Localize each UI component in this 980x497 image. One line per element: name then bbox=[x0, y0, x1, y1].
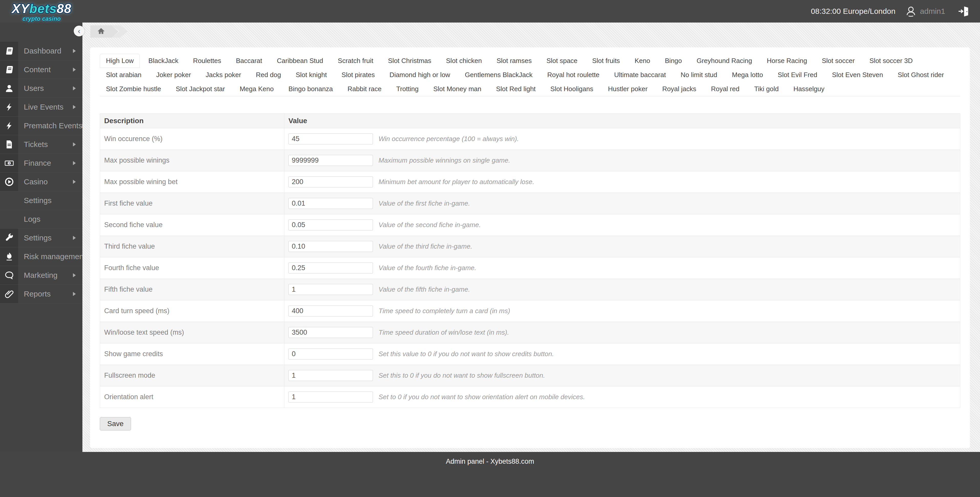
tab-gentlemens-blackjack[interactable]: Gentlemens BlackJack bbox=[459, 68, 538, 82]
setting-value-input-first-fiche-value[interactable] bbox=[288, 198, 373, 209]
tab-tiki-gold[interactable]: Tiki gold bbox=[748, 82, 785, 96]
user-icon bbox=[0, 79, 18, 97]
tab-jacks-poker[interactable]: Jacks poker bbox=[200, 68, 248, 82]
tab-slot-soccer[interactable]: Slot soccer bbox=[816, 54, 861, 68]
tab-slot-money-man[interactable]: Slot Money man bbox=[427, 82, 488, 96]
setting-hint: Minimum bet amount for player to automat… bbox=[379, 178, 534, 186]
chevron-right-icon bbox=[73, 49, 76, 53]
setting-hint: Value of the first fiche in-game. bbox=[379, 199, 470, 207]
tab-slot-red-light[interactable]: Slot Red light bbox=[490, 82, 542, 96]
tab-slot-zombie-hustle[interactable]: Slot Zombie hustle bbox=[100, 82, 167, 96]
save-button[interactable]: Save bbox=[100, 417, 131, 430]
sidebar-subitem-settings[interactable]: Settings bbox=[0, 191, 83, 210]
tab-royal-jacks[interactable]: Royal jacks bbox=[656, 82, 703, 96]
sidebar-item-marketing[interactable]: Marketing bbox=[0, 266, 83, 285]
sidebar-subitem-logs[interactable]: Logs bbox=[0, 210, 83, 229]
chevron-right-icon bbox=[73, 142, 76, 147]
setting-hint: Set to 0 if you do not want to show orie… bbox=[379, 393, 585, 401]
tab-slot-soccer-3d[interactable]: Slot soccer 3D bbox=[863, 54, 919, 68]
setting-value-input-win-occurence[interactable] bbox=[288, 134, 373, 144]
tab-royal-hot-roulette[interactable]: Royal hot roulette bbox=[541, 68, 606, 82]
table-row: Third fiche value Value of the third fic… bbox=[100, 236, 960, 257]
tab-slot-chicken[interactable]: Slot chicken bbox=[440, 54, 488, 68]
setting-value-input-second-fiche-value[interactable] bbox=[288, 220, 373, 231]
sidebar-item-live-events[interactable]: Live Events bbox=[0, 98, 83, 116]
setting-value-input-third-fiche-value[interactable] bbox=[288, 241, 373, 252]
setting-hint: Value of the second fiche in-game. bbox=[379, 221, 480, 229]
sidebar-collapse-button[interactable]: ‹ bbox=[74, 25, 84, 37]
sidebar-item-users[interactable]: Users bbox=[0, 79, 83, 98]
footer: Admin panel - Xybets88.com bbox=[0, 452, 980, 497]
sidebar-item-dashboard[interactable]: Dashboard bbox=[0, 42, 83, 61]
book-icon bbox=[0, 61, 18, 79]
table-row: Max possible wining bet Minimum bet amou… bbox=[100, 171, 960, 193]
tab-slot-evil-fred[interactable]: Slot Evil Fred bbox=[772, 68, 824, 82]
setting-value-input-max-possible-wining-bet[interactable] bbox=[288, 177, 373, 188]
sidebar-item-reports[interactable]: Reports bbox=[0, 285, 83, 303]
table-row: First fiche value Value of the first fic… bbox=[100, 193, 960, 214]
chevron-right-icon bbox=[73, 273, 76, 277]
tab-slot-arabian[interactable]: Slot arabian bbox=[100, 68, 148, 82]
tab-slot-even-steven[interactable]: Slot Even Steven bbox=[826, 68, 889, 82]
tab-slot-hooligans[interactable]: Slot Hooligans bbox=[544, 82, 600, 96]
setting-value-input-show-game-credits[interactable] bbox=[288, 349, 373, 360]
tab-mega-lotto[interactable]: Mega lotto bbox=[726, 68, 769, 82]
tab-blackjack[interactable]: BlackJack bbox=[142, 54, 185, 68]
sidebar-item-content[interactable]: Content bbox=[0, 61, 83, 79]
tab-hasselguy[interactable]: Hasselguy bbox=[787, 82, 830, 96]
setting-value-input-max-possible-winings[interactable] bbox=[288, 155, 373, 166]
setting-description: Fifth fiche value bbox=[100, 279, 284, 300]
tab-slot-space[interactable]: Slot space bbox=[540, 54, 584, 68]
column-header-description: Description bbox=[100, 114, 284, 128]
tab-caribbean-stud[interactable]: Caribbean Stud bbox=[271, 54, 329, 68]
tab-bingo-bonanza[interactable]: Bingo bonanza bbox=[282, 82, 339, 96]
tab-slot-jackpot-star[interactable]: Slot Jackpot star bbox=[170, 82, 231, 96]
setting-hint: Set this to 0 if you do not want to show… bbox=[379, 371, 545, 379]
sidebar-item-prematch-events[interactable]: Prematch Events bbox=[0, 116, 83, 135]
sidebar: Dashboard Content Users Live Events Prem… bbox=[0, 22, 83, 452]
setting-value-input-fourth-fiche-value[interactable] bbox=[288, 263, 373, 274]
username-text[interactable]: admin1 bbox=[920, 7, 945, 16]
setting-value-input-card-turn-speed-ms[interactable] bbox=[288, 306, 373, 317]
tab-horse-racing[interactable]: Horse Racing bbox=[760, 54, 813, 68]
tab-roulettes[interactable]: Roulettes bbox=[187, 54, 227, 68]
logout-icon[interactable] bbox=[958, 5, 969, 17]
tab-mega-keno[interactable]: Mega Keno bbox=[234, 82, 280, 96]
tab-bingo[interactable]: Bingo bbox=[659, 54, 688, 68]
setting-value-input-win-loose-text-speed-ms[interactable] bbox=[288, 327, 373, 338]
tab-high-low[interactable]: High Low bbox=[100, 54, 140, 68]
tab-joker-poker[interactable]: Joker poker bbox=[150, 68, 197, 82]
tab-slot-christmas[interactable]: Slot Christmas bbox=[382, 54, 438, 68]
tab-keno[interactable]: Keno bbox=[628, 54, 657, 68]
tab-ultimate-baccarat[interactable]: Ultimate baccarat bbox=[608, 68, 672, 82]
sidebar-item-finance[interactable]: 1 Finance bbox=[0, 154, 83, 173]
setting-value-input-orientation-alert[interactable] bbox=[288, 392, 373, 403]
tab-slot-knight[interactable]: Slot knight bbox=[290, 68, 333, 82]
tab-rabbit-race[interactable]: Rabbit race bbox=[341, 82, 388, 96]
sidebar-item-casino[interactable]: Casino bbox=[0, 173, 83, 191]
setting-description: Win occurence (%) bbox=[100, 128, 284, 150]
tab-greyhound-racing[interactable]: Greyhound Racing bbox=[690, 54, 758, 68]
tab-slot-fruits[interactable]: Slot fruits bbox=[586, 54, 626, 68]
sidebar-item-tickets[interactable]: Tickets bbox=[0, 135, 83, 154]
setting-hint: Maximum possible winnings on single game… bbox=[379, 156, 510, 164]
tab-scratch-fruit[interactable]: Scratch fruit bbox=[332, 54, 380, 68]
setting-value-input-fullscreen-mode[interactable] bbox=[288, 370, 373, 381]
tab-hustler-poker[interactable]: Hustler poker bbox=[602, 82, 654, 96]
sidebar-item-settings[interactable]: Settings bbox=[0, 229, 83, 247]
tab-no-limit-stud[interactable]: No limit stud bbox=[675, 68, 723, 82]
tab-red-dog[interactable]: Red dog bbox=[250, 68, 287, 82]
tab-royal-red[interactable]: Royal red bbox=[705, 82, 746, 96]
tab-slot-ramses[interactable]: Slot ramses bbox=[490, 54, 538, 68]
setting-value-input-fifth-fiche-value[interactable] bbox=[288, 284, 373, 295]
play-circle-icon bbox=[0, 173, 18, 191]
sidebar-item-label: Marketing bbox=[24, 271, 73, 280]
sidebar-item-risk-management[interactable]: Risk management bbox=[0, 247, 83, 266]
tab-slot-ghost-rider[interactable]: Slot Ghost rider bbox=[892, 68, 950, 82]
tab-baccarat[interactable]: Baccarat bbox=[230, 54, 269, 68]
chat-icon bbox=[0, 266, 18, 285]
tab-diamond-high-or-low[interactable]: Diamond high or low bbox=[383, 68, 457, 82]
sidebar-item-label: Users bbox=[24, 84, 73, 93]
tab-slot-pirates[interactable]: Slot pirates bbox=[335, 68, 381, 82]
tab-trotting[interactable]: Trotting bbox=[390, 82, 425, 96]
